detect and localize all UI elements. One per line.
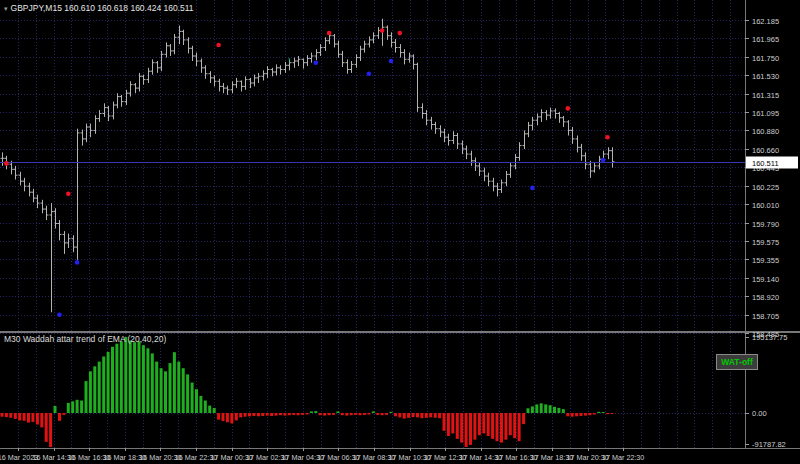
- histogram-bar: [584, 413, 587, 416]
- histogram-bar: [443, 413, 446, 431]
- buy-signal-dot: [530, 186, 535, 191]
- histogram-bar: [292, 413, 295, 415]
- histogram-bar: [359, 413, 362, 415]
- histogram-bar: [85, 381, 88, 413]
- histogram-bar: [341, 413, 344, 415]
- histogram-bar: [235, 413, 238, 420]
- histogram-bar: [429, 413, 432, 417]
- histogram-bar: [562, 409, 565, 413]
- price-tick-label: 160.660: [752, 146, 779, 155]
- histogram-bar: [93, 366, 96, 413]
- histogram-bar: [169, 363, 172, 413]
- histogram-bar: [31, 413, 34, 422]
- histogram-bar: [509, 413, 512, 435]
- histogram-bar: [252, 413, 255, 416]
- histogram-bar: [191, 383, 194, 413]
- sell-signal-dot: [398, 31, 403, 36]
- histogram-bar: [482, 413, 485, 433]
- histogram-bar: [416, 413, 419, 417]
- histogram-bar: [76, 400, 79, 413]
- buy-signal-dot: [75, 260, 80, 265]
- histogram-bar: [36, 413, 39, 425]
- histogram-bar: [531, 406, 534, 413]
- price-tick-label: 161.315: [752, 91, 779, 100]
- sell-signal-dot: [66, 192, 71, 197]
- histogram-bar: [124, 337, 127, 413]
- price-tick-label: 161.095: [752, 109, 779, 118]
- histogram-bar: [580, 413, 583, 416]
- histogram-bar: [606, 413, 609, 414]
- time-axis[interactable]: 16 Mar 202316 Mar 14:3016 Mar 16:3016 Ma…: [0, 448, 644, 462]
- histogram-bar: [438, 413, 441, 418]
- price-tick-label: 159.575: [752, 238, 779, 247]
- price-tick-label: 158.705: [752, 312, 779, 321]
- price-tick-label: 159.790: [752, 220, 779, 229]
- histogram-bar: [345, 413, 348, 416]
- histogram-bar: [332, 413, 335, 415]
- histogram-bar: [323, 413, 326, 416]
- time-tick-label: 17 Mar 22:30: [602, 453, 644, 462]
- histogram-bar: [367, 413, 370, 415]
- histogram-bar: [420, 413, 423, 418]
- histogram-bar: [67, 403, 70, 413]
- histogram-bar: [270, 413, 273, 416]
- histogram-bar: [504, 413, 507, 440]
- sell-signal-dot: [380, 28, 385, 33]
- current-bar-quotes: 160.610 160.618 160.424 160.511: [64, 3, 193, 13]
- chart-indicator-separator[interactable]: [0, 331, 800, 333]
- sell-signal-dot: [327, 31, 332, 36]
- histogram-bar: [186, 374, 189, 413]
- histogram-bar: [217, 413, 220, 420]
- histogram-bar: [434, 413, 437, 418]
- indicator-axis[interactable]: 195137.750.00-91787.82: [745, 333, 787, 449]
- histogram-bar: [518, 413, 521, 441]
- histogram-bar: [49, 413, 52, 447]
- histogram-bar: [54, 406, 57, 413]
- histogram-bar: [204, 401, 207, 414]
- price-tick-label: 160.225: [752, 183, 779, 192]
- histogram-bar: [142, 345, 145, 413]
- histogram-bar: [553, 407, 556, 413]
- sell-signal-dot: [4, 161, 9, 166]
- histogram-bar: [478, 413, 481, 435]
- histogram-bar: [473, 413, 476, 440]
- histogram-bar: [540, 403, 543, 413]
- histogram-bar: [571, 413, 574, 417]
- histogram-bar: [407, 413, 410, 418]
- histogram-bar: [390, 412, 393, 413]
- histogram-bar: [376, 413, 379, 415]
- histogram-bar: [195, 389, 198, 413]
- histogram-bar: [199, 396, 202, 413]
- symbol-ohlc-label: ▾GBPJPY,M15 160.610 160.618 160.424 160.…: [4, 3, 194, 13]
- buy-signal-dot: [57, 313, 62, 318]
- histogram-bar: [45, 413, 48, 442]
- histogram-bar: [102, 357, 105, 414]
- price-axis[interactable]: 162.185161.965161.750161.530161.315161.0…: [745, 17, 798, 339]
- mt4-chart-window: ↑162.185161.965161.750161.530161.315161.…: [0, 0, 800, 464]
- histogram-bar: [177, 362, 180, 413]
- histogram-bar: [133, 342, 136, 413]
- histogram-bar: [62, 413, 65, 415]
- histogram-bar: [5, 413, 8, 417]
- histogram-bar: [18, 413, 21, 420]
- main-chart-plot-area[interactable]: [0, 0, 745, 331]
- indicator-tick-label: 0.00: [752, 409, 767, 418]
- price-tick-label: 160.010: [752, 201, 779, 210]
- price-tick-label: 158.920: [752, 293, 779, 302]
- histogram-bar: [588, 413, 591, 415]
- histogram-bar: [244, 413, 247, 417]
- histogram-bar: [288, 413, 291, 415]
- histogram-bar: [372, 411, 375, 413]
- histogram-bar: [275, 413, 278, 416]
- histogram-bar: [239, 413, 242, 417]
- buy-signal-dot: [314, 60, 319, 65]
- histogram-bar: [465, 413, 468, 447]
- wat-toggle-button[interactable]: WAT-off: [716, 354, 758, 370]
- sell-signal-dot: [216, 43, 221, 48]
- histogram-bar: [257, 413, 260, 416]
- histogram-bar: [513, 413, 516, 438]
- histogram-bar: [301, 413, 304, 415]
- histogram-bar: [328, 413, 331, 415]
- histogram-bar: [151, 353, 154, 413]
- histogram-bar: [425, 413, 428, 418]
